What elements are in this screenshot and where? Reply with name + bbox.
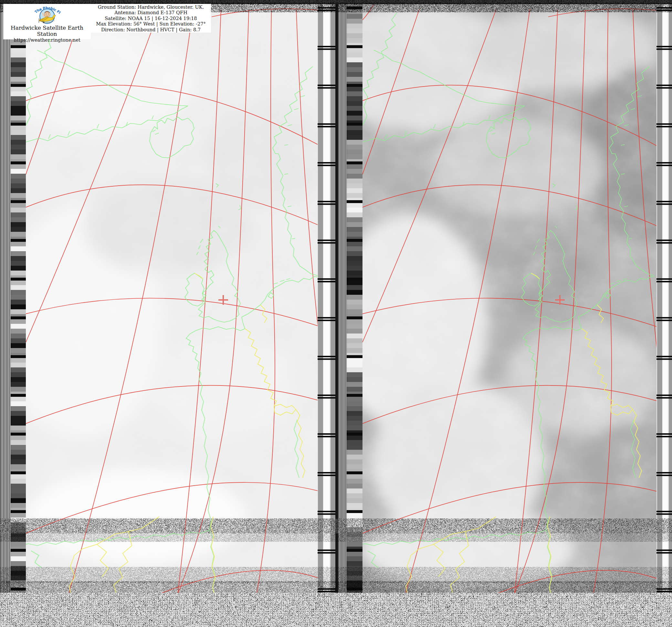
phobic-flyer-logo-graphic: The Phobic Flyer WHO LEARNT TO FLY: [29, 4, 65, 25]
pass-details-panel: Ground Station: Hardwicke, Gloucester. U…: [91, 4, 211, 33]
direction-line: Direction: Northbound | HVCT | Gain: 8.7: [101, 27, 201, 32]
station-logo: The Phobic Flyer WHO LEARNT TO FLY: [29, 4, 65, 25]
station-identity-panel: The Phobic Flyer WHO LEARNT TO FLY Hardw…: [3, 4, 91, 40]
station-name: Hardwicke Satellite Earth Station: [7, 25, 88, 37]
ground-station-line: Ground Station: Hardwicke, Gloucester. U…: [98, 4, 204, 10]
satellite-decode-canvas: [0, 0, 672, 627]
station-url: https://weather.ringtone.net: [3, 37, 91, 43]
bottom-static-noise: [0, 593, 672, 627]
satellite-line: Satellite: NOAA 15 | 16-12-2024 19:18: [105, 16, 197, 21]
antenna-line: Antenna: Diamond E-137 QFH: [114, 10, 187, 15]
elevation-line: Max Elevation: 56° West | Sun Elevation:…: [96, 21, 206, 26]
apt-decoded-image-page: The Phobic Flyer WHO LEARNT TO FLY Hardw…: [0, 0, 672, 627]
